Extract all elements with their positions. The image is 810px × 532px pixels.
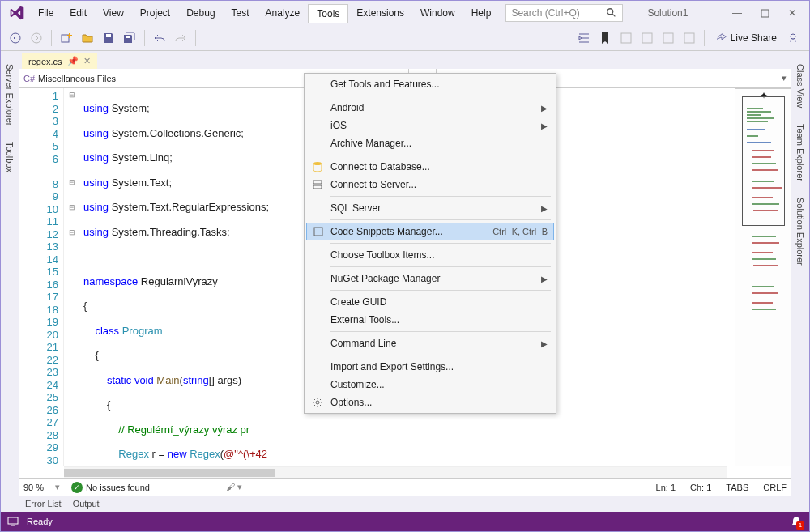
menu-connect-db[interactable]: Connect to Database...	[306, 158, 554, 176]
error-list-tab[interactable]: Error List	[25, 499, 62, 509]
menu-ios[interactable]: iOS▶	[306, 117, 554, 134]
menu-archive[interactable]: Archive Manager...	[306, 134, 554, 152]
menu-tools[interactable]: Tools	[308, 4, 348, 23]
menu-create-guid[interactable]: Create GUID	[306, 293, 554, 311]
svg-rect-14	[313, 181, 322, 184]
nav-fwd-button[interactable]	[27, 28, 46, 48]
line-ending[interactable]: CRLF	[763, 483, 787, 492]
svg-line-1	[612, 14, 616, 17]
save-button[interactable]	[99, 28, 118, 48]
output-tab[interactable]: Output	[73, 499, 100, 509]
svg-rect-9	[642, 33, 652, 43]
svg-point-0	[608, 9, 613, 15]
close-tab-icon[interactable]: ✕	[83, 56, 91, 66]
menu-command-line[interactable]: Command Line▶	[306, 334, 554, 352]
right-dock: Class View Team Explorer Solution Explor…	[791, 51, 809, 512]
minimize-button[interactable]: —	[723, 3, 751, 23]
menu-project[interactable]: Project	[132, 4, 178, 23]
check-icon: ✓	[71, 482, 83, 493]
menu-customize[interactable]: Customize...	[306, 376, 554, 394]
menu-code-snippets[interactable]: Code Snippets Manager...Ctrl+K, Ctrl+B	[306, 223, 554, 240]
svg-rect-10	[663, 33, 673, 43]
horizontal-scrollbar[interactable]	[64, 466, 727, 478]
menu-extensions[interactable]: Extensions	[348, 4, 412, 23]
server-explorer-tab[interactable]: Server Explorer	[3, 56, 16, 134]
gear-icon	[311, 396, 324, 409]
notifications-button[interactable]: 1	[790, 515, 803, 528]
titlebar: File Edit View Project Debug Test Analyz…	[1, 1, 809, 25]
menu-edit[interactable]: Edit	[62, 4, 95, 23]
svg-point-17	[316, 401, 319, 404]
svg-point-12	[791, 34, 795, 39]
doc-tab-regex[interactable]: regex.cs 📌 ✕	[22, 53, 97, 69]
menu-test[interactable]: Test	[224, 4, 258, 23]
indent-mode[interactable]: TABS	[726, 483, 748, 492]
zoom-level[interactable]: 90 %	[23, 483, 44, 492]
undo-button[interactable]	[150, 28, 169, 48]
svg-rect-16	[314, 228, 322, 236]
toolbox-tab[interactable]: Toolbox	[3, 134, 16, 181]
solution-explorer-tab[interactable]: Solution Explorer	[794, 189, 807, 274]
search-icon	[606, 7, 617, 19]
quick-launch-search[interactable]: Search (Ctrl+Q)	[505, 4, 623, 22]
bookmark-icon[interactable]	[595, 28, 615, 48]
solution-name: Solution1	[647, 7, 688, 19]
issues-indicator[interactable]: ✓ No issues found	[71, 482, 150, 493]
main-toolbar: Live Share	[1, 25, 809, 51]
menu-import-export[interactable]: Import and Export Settings...	[306, 358, 554, 376]
svg-point-13	[313, 162, 322, 165]
menu-nuget[interactable]: NuGet Package Manager▶	[306, 270, 554, 287]
line-numbers: 1234568910111213141516171819202122232425…	[19, 88, 64, 466]
pin-icon[interactable]: 📌	[67, 56, 79, 66]
tool-icon-4[interactable]	[680, 28, 699, 48]
vs-logo-icon	[9, 5, 25, 21]
brush-icon[interactable]: 🖌 ▾	[226, 482, 242, 492]
indent-icon[interactable]	[574, 28, 594, 48]
live-share-button[interactable]: Live Share	[710, 28, 783, 48]
new-project-button[interactable]	[57, 28, 76, 48]
caret-col: Ch: 1	[690, 483, 711, 492]
bottom-dock-tabs: Error List Output	[19, 496, 791, 512]
menu-android[interactable]: Android▶	[306, 99, 554, 117]
menu-external-tools[interactable]: External Tools...	[306, 311, 554, 329]
save-all-button[interactable]	[120, 28, 139, 48]
menu-view[interactable]: View	[95, 4, 132, 23]
feedback-icon[interactable]	[785, 28, 804, 48]
menu-options[interactable]: Options...	[306, 394, 554, 411]
svg-rect-6	[106, 34, 111, 37]
svg-point-3	[11, 33, 20, 43]
left-dock: Server Explorer Toolbox	[1, 51, 19, 512]
redo-button[interactable]	[171, 28, 190, 48]
menu-debug[interactable]: Debug	[178, 4, 223, 23]
menu-file[interactable]: File	[30, 4, 62, 23]
menu-help[interactable]: Help	[463, 4, 500, 23]
menu-sql-server[interactable]: SQL Server▶	[306, 199, 554, 217]
server-icon	[311, 178, 324, 191]
tool-icon-3[interactable]	[659, 28, 678, 48]
menu-window[interactable]: Window	[412, 4, 463, 23]
menu-get-tools[interactable]: Get Tools and Features...	[306, 75, 554, 93]
menu-choose-toolbox[interactable]: Choose Toolbox Items...	[306, 246, 554, 264]
svg-point-4	[32, 33, 41, 43]
svg-rect-8	[621, 33, 631, 43]
status-icon	[7, 517, 19, 526]
close-button[interactable]: ✕	[778, 3, 806, 23]
document-tabs: regex.cs 📌 ✕	[19, 51, 791, 69]
database-icon	[311, 160, 324, 173]
menu-analyze[interactable]: Analyze	[258, 4, 309, 23]
team-explorer-tab[interactable]: Team Explorer	[794, 116, 807, 189]
svg-rect-2	[761, 10, 769, 17]
window-controls: — ✕	[723, 3, 806, 23]
maximize-button[interactable]	[751, 3, 778, 23]
live-share-icon	[716, 32, 727, 44]
minimap[interactable]: ✦	[735, 88, 791, 466]
class-view-tab[interactable]: Class View	[794, 56, 807, 116]
svg-rect-15	[313, 185, 322, 189]
outline-margin[interactable]: ⊟⊟⊟⊟	[64, 88, 80, 466]
menu-connect-server[interactable]: Connect to Server...	[306, 176, 554, 194]
nav-back-button[interactable]	[6, 28, 25, 48]
open-button[interactable]	[78, 28, 97, 48]
caret-line: Ln: 1	[656, 483, 676, 492]
tool-icon-2[interactable]	[637, 28, 657, 48]
tool-icon-1[interactable]	[616, 28, 636, 48]
